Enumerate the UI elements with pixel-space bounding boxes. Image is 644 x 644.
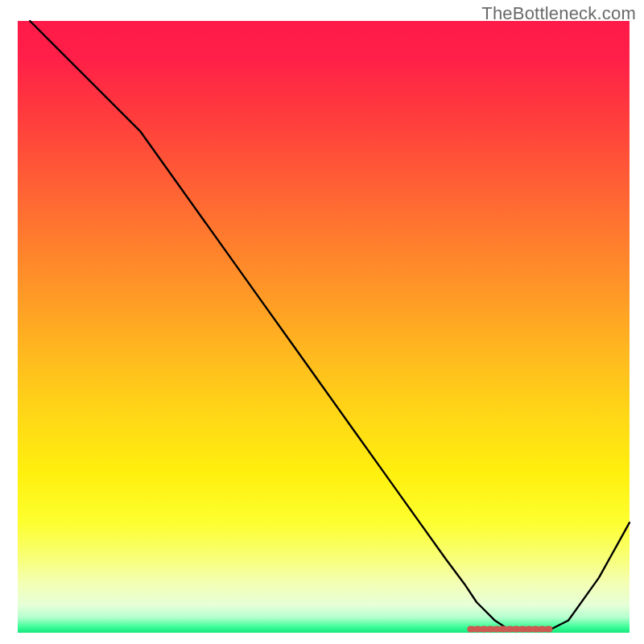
watermark-text: TheBottleneck.com (481, 3, 636, 24)
gradient-background (18, 21, 630, 633)
chart-container: TheBottleneck.com (0, 0, 644, 644)
bottleneck-curve-chart (0, 0, 644, 644)
